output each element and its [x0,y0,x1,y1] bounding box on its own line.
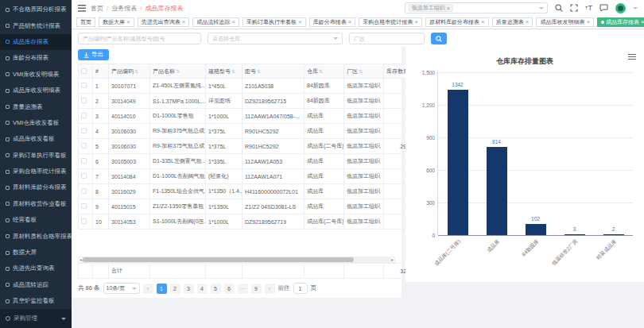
sidebar-item[interactable]: 真空炉监控看板 [0,293,72,309]
scrollbar-track[interactable] [83,257,390,262]
table-row[interactable]: 830116029F1-1350L组合金供气...1*1350（1.4...H4… [79,184,413,199]
tab-item[interactable]: 首页 [76,17,95,27]
column-header[interactable]: # [93,64,109,79]
sidebar-item[interactable]: 不合格原因分析报表 [0,2,72,17]
sidebar-item[interactable]: 原材料质检合格率报表 [0,228,72,244]
page-number-button[interactable]: 2 [170,284,180,294]
tab-close-icon[interactable]: × [298,19,302,25]
row-checkbox[interactable] [81,128,87,133]
sidebar-item[interactable]: 经营看板 [0,212,72,228]
horizontal-scrollbar[interactable]: ◂ ▸ [78,257,395,263]
sort-icon[interactable]: ⇅ [359,69,363,74]
goto-page-input[interactable] [293,283,308,294]
table-row[interactable]: 730114084D1-1000L去副阀气瓶...(轻量化)112AAW1A07… [79,169,413,184]
sidebar-item[interactable]: 采购合格率统计报表 [0,164,72,179]
avatar[interactable] [615,3,626,14]
sidebar-item[interactable]: 数据大屏 [0,245,72,260]
table-row[interactable]: 940115015Z1/Z2-1350零售单瓶1*1350LZ1/Z2 04SD… [79,199,413,214]
breadcrumb-item[interactable]: 首页 [91,4,103,13]
collapse-sidebar-icon[interactable] [78,5,86,12]
keyword-input[interactable] [83,36,196,41]
prev-page-button[interactable]: ‹ [143,284,153,294]
sidebar-item[interactable]: 成品流转追踪 [0,277,72,293]
tab-item[interactable]: 成品流转追踪× [192,17,239,27]
row-checkbox[interactable] [81,98,87,103]
row-checkbox[interactable] [81,173,87,179]
scroll-right-icon[interactable]: ▸ [391,257,394,262]
search-icon[interactable] [555,4,563,12]
sidebar-item[interactable]: 成品库存报表 [0,34,72,50]
page-number-button[interactable]: 9 [251,284,262,294]
row-checkbox[interactable] [81,218,87,224]
table-row[interactable]: 430106030R9-加粗375气瓶总成1*375LR901HC5292成品库… [79,124,413,139]
next-page-button[interactable]: › [265,284,275,294]
tab-close-icon[interactable]: × [526,19,530,25]
tab-close-icon[interactable]: × [586,19,590,25]
row-checkbox[interactable] [81,143,87,149]
sidebar-item[interactable]: 产品销售统计报表 [0,17,72,33]
warehouse-select[interactable]: 请选择仓库 [208,33,343,44]
page-number-button[interactable]: 6 [224,284,235,294]
breadcrumb-item[interactable]: 业务报表 [111,4,137,13]
select-all-checkbox[interactable] [81,68,87,74]
factory-input[interactable] [354,36,420,41]
tab-close-icon[interactable]: × [641,19,644,25]
sidebar-item-purchase-management[interactable]: 采购管理 [0,309,72,328]
tab-item[interactable]: 先进先出查询表× [138,17,190,27]
font-size-icon[interactable]: TT [585,4,592,12]
tab-close-icon[interactable]: × [231,19,235,25]
export-button[interactable]: 导出 [78,49,109,60]
sidebar-item[interactable]: 原材料库龄分布报表 [0,179,72,195]
sidebar-item[interactable]: 成品库收发看板 [0,131,72,147]
row-checkbox[interactable] [81,83,87,88]
user-menu-caret-icon[interactable] [633,7,638,10]
sidebar-item[interactable]: 成品库收发明细表 [0,83,72,98]
tab-item[interactable]: 质量追溯表× [492,17,533,27]
row-checkbox[interactable] [81,203,87,209]
row-checkbox[interactable] [81,158,87,164]
chart-menu-icon[interactable] [628,52,636,61]
tab-active[interactable]: 成品库存报表× [597,17,644,27]
sidebar-item[interactable]: 采购订单执行率看板 [0,148,72,164]
page-number-button[interactable]: 5 [211,284,221,294]
row-checkbox[interactable] [81,113,87,118]
row-checkbox[interactable] [81,188,87,194]
column-header[interactable]: 产品编码⇅ [109,64,150,79]
sort-icon[interactable]: ⇅ [231,69,235,74]
fullscreen-icon[interactable] [570,4,578,12]
tab-item[interactable]: 采购合格率统计报表× [359,17,422,27]
column-header[interactable]: 仓库⇅ [305,64,344,79]
scrollbar-thumb[interactable] [83,257,354,262]
table-row[interactable]: 340114010D1-1000L零售瓶1*1000L112AAW1A047/0… [79,109,413,124]
sidebar-item[interactable]: 先进先出查询表 [0,260,72,276]
sort-icon[interactable]: ⇅ [134,69,138,74]
sort-icon[interactable]: ⇅ [176,69,180,74]
sidebar-item[interactable]: 质量追溯表 [0,98,72,114]
tab-close-icon[interactable]: × [348,19,352,25]
tab-item[interactable]: 采购订单执行率看板× [242,17,306,27]
scroll-left-icon[interactable]: ◂ [80,257,82,262]
tab-close-icon[interactable]: × [414,19,418,25]
page-number-button[interactable]: 3 [184,284,194,294]
column-header[interactable]: 规格型号⇅ [206,64,242,79]
sidebar-item[interactable]: 库龄分布报表 [0,50,72,66]
table-row[interactable]: 230114049S1-1.37MPa 1000L...详见图纸DZ921895… [79,94,413,109]
sort-icon[interactable]: ⇅ [319,69,323,74]
tab-item[interactable]: 库龄分布报表× [309,17,356,27]
sidebar-item[interactable]: VMI库收发明细表 [0,67,72,83]
sidebar-item[interactable]: 原材料收货作业看板 [0,196,72,212]
tab-close-icon[interactable]: × [182,19,186,25]
tab-item[interactable]: 原材料库龄分布报表× [425,17,489,27]
sort-icon[interactable]: ⇅ [257,69,261,74]
table-row[interactable]: 130107071Z1-450L左侧置氮纯...1*450LZ101A50388… [79,79,413,94]
column-header[interactable]: 图号⇅ [242,64,305,79]
page-number-button[interactable]: 1 [157,284,167,294]
table-row[interactable]: 530106030R9-加粗375气瓶总成1*375LR901HC5292成品库… [79,139,413,154]
search-button[interactable] [431,33,447,44]
table-row[interactable]: 630105003D1-335L左侧置气瓶...1*335L112AAW1A05… [79,154,413,169]
column-header[interactable]: 厂区⇅ [344,64,384,79]
page-number-button[interactable]: 4 [197,284,208,294]
column-header[interactable]: 产品名称⇅ [150,64,206,79]
tab-item[interactable]: 成品库收发明细表× [536,17,594,27]
organization-tag[interactable]: 低温加工组织 × [409,4,453,12]
